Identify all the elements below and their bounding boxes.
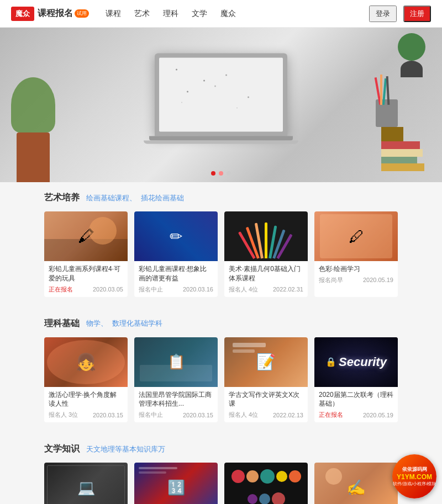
- watermark: 依依源码网 Y1YM.COM 软件/游戏/小程序/模块: [392, 454, 436, 498]
- hero-banner: [0, 28, 442, 182]
- art-card-4-status: 报名尚早: [319, 276, 343, 284]
- art-card-4-meta: 报名尚早 2020.05.19: [319, 276, 393, 284]
- science-card-1-body: 激活心理学·换个角度解读人性 报名人 3位 2020.03.15: [44, 387, 128, 423]
- literature-section-title: 文学知识 天文地理等基本知识库万: [44, 443, 398, 455]
- science-title-main: 理科基础: [44, 318, 80, 330]
- logo-main: 魔众: [15, 9, 30, 19]
- art-card-1-title: 彩铅儿童画系列课程4·可爱的玩具: [49, 264, 123, 283]
- literature-section: 文学知识 天文地理等基本知识库万 💻 20届第二次联考（理科基础） 正在报名 2…: [0, 433, 442, 504]
- science-card-3-meta: 报名人 4位 2022.02.13: [229, 411, 303, 419]
- science-card-1[interactable]: 👧 激活心理学·换个角度解读人性 报名人 3位 2020.03.15: [44, 337, 128, 423]
- lit-card-4[interactable]: ✍ 学古文写作文评英文5次课 正在报名 2020.06.30: [314, 463, 398, 504]
- hero-left-decor: [11, 72, 77, 182]
- hero-dot-3[interactable]: [227, 171, 231, 176]
- literature-title-main: 文学知识: [44, 443, 80, 455]
- science-card-2[interactable]: 📋 法国里昂管学院国际工商管理本科招生... 报名中止 2020.03.15: [134, 337, 218, 423]
- art-subtitle-link1[interactable]: 绘画基础课程、: [86, 194, 136, 202]
- art-card-4[interactable]: 🖊 色彩·绘画学习 报名尚早 2020.05.19: [314, 211, 398, 297]
- watermark-line3: 软件/游戏/小程序/模块: [393, 481, 436, 487]
- science-card-4-title: 2020届第二次联考（理科基础）: [319, 390, 393, 409]
- header: 魔众 课程报名 试用 课程 艺术 理科 文学 魔众 登录 注册: [0, 0, 442, 28]
- art-card-1-date: 2020.03.05: [93, 286, 123, 293]
- science-title-sub: 物学、 数理化基础学科: [85, 319, 164, 328]
- science-card-2-date: 2020.03.15: [183, 412, 213, 418]
- nav-item-wenxue[interactable]: 文学: [192, 9, 207, 19]
- logo-box: 魔众: [11, 7, 34, 21]
- science-card-1-date: 2020.03.15: [93, 412, 123, 418]
- science-card-3-body: 学古文写作文评英文X次课 报名人 4位 2022.02.13: [224, 387, 308, 423]
- science-section: 理科基础 物学、 数理化基础学科 👧 激活心理学·换个角度解读人性 报名人 3位…: [0, 308, 442, 434]
- art-section-title: 艺术培养 绘画基础课程、 插花绘画基础: [44, 192, 398, 204]
- science-card-2-body: 法国里昂管学院国际工商管理本科招生... 报名中止 2020.03.15: [134, 387, 218, 423]
- art-card-4-body: 色彩·绘画学习 报名尚早 2020.05.19: [314, 261, 398, 288]
- science-card-1-meta: 报名人 3位 2020.03.15: [49, 411, 123, 419]
- science-card-3-date: 2022.02.13: [273, 412, 303, 418]
- lit-card-1[interactable]: 💻 20届第二次联考（理科基础） 正在报名 2020.05.27: [44, 463, 128, 504]
- art-cards-grid: 🖍 彩铅儿童画系列课程4·可爱的玩具 正在报名 2020.03.05 ✏ 彩铅儿…: [44, 211, 398, 297]
- nav-item-like[interactable]: 理科: [163, 9, 178, 19]
- lit-card-2[interactable]: 🔢 国国里昂管学院国际工商管理本科招生班... 正在报名 2020.03.13: [134, 463, 218, 504]
- science-card-2-meta: 报名中止 2020.03.15: [139, 411, 213, 419]
- art-title-main: 艺术培养: [44, 192, 80, 204]
- science-card-4-body: 2020届第二次联考（理科基础） 正在报名 2020.05.19: [314, 387, 398, 423]
- art-card-2-status: 报名中止: [139, 285, 163, 294]
- art-card-2-date: 2020.03.16: [183, 286, 213, 293]
- logo-text: 课程报名: [38, 8, 73, 19]
- science-subtitle-link1[interactable]: 物学、: [86, 319, 108, 327]
- science-card-4-meta: 正在报名 2020.05.19: [319, 411, 393, 419]
- art-card-3-status: 报名人 4位: [229, 285, 258, 294]
- science-card-4-date: 2020.05.19: [363, 412, 393, 418]
- hero-slide-dots[interactable]: [211, 171, 231, 176]
- watermark-line1: 依依源码网: [402, 466, 427, 473]
- main-nav: 课程 艺术 理科 文学 魔众: [106, 9, 369, 19]
- science-card-1-title: 激活心理学·换个角度解读人性: [49, 390, 123, 409]
- hero-right-decor: [337, 33, 425, 171]
- art-card-3-title: 美术·素描几何0基础入门体系课程: [229, 264, 303, 283]
- lit-card-3[interactable]: 学古文写作文评英文X次课 报名人 4位 2022.05.23: [224, 463, 308, 504]
- art-card-3-body: 美术·素描几何0基础入门体系课程 报名人 4位 2022.02.31: [224, 261, 308, 297]
- art-card-3-meta: 报名人 4位 2022.02.31: [229, 285, 303, 294]
- science-card-3[interactable]: 📝 学古文写作文评英文X次课 报名人 4位 2022.02.13: [224, 337, 308, 423]
- nav-item-kecheng[interactable]: 课程: [106, 9, 121, 19]
- literature-title-sub: 天文地理等基本知识库万: [85, 444, 166, 454]
- hero-dot-2[interactable]: [219, 171, 223, 176]
- art-card-2-meta: 报名中止 2020.03.16: [139, 285, 213, 294]
- logo-badge: 试用: [75, 9, 89, 18]
- hero-dot-1[interactable]: [211, 171, 215, 176]
- nav-item-mozhong[interactable]: 魔众: [220, 9, 236, 19]
- art-card-4-title: 色彩·绘画学习: [319, 264, 393, 274]
- register-button[interactable]: 注册: [403, 6, 431, 22]
- science-card-3-status: 报名人 4位: [229, 411, 258, 419]
- art-card-1-meta: 正在报名 2020.03.05: [49, 285, 123, 294]
- logo-area: 魔众 课程报名 试用: [11, 7, 89, 21]
- auth-area: 登录 注册: [369, 6, 431, 22]
- science-cards-grid: 👧 激活心理学·换个角度解读人性 报名人 3位 2020.03.15 📋 法国里…: [44, 337, 398, 423]
- login-button[interactable]: 登录: [369, 6, 397, 22]
- art-card-1[interactable]: 🖍 彩铅儿童画系列课程4·可爱的玩具 正在报名 2020.03.05: [44, 211, 128, 297]
- art-subtitle-link2[interactable]: 插花绘画基础: [141, 194, 184, 202]
- hero-laptop: [155, 54, 287, 147]
- science-card-3-title: 学古文写作文评英文X次课: [229, 390, 303, 409]
- science-card-4[interactable]: 🔒 Security 2020届第二次联考（理科基础） 正在报名 2020.05…: [314, 337, 398, 423]
- art-card-1-status: 正在报名: [49, 285, 73, 294]
- watermark-line2: Y1YM.COM: [397, 473, 432, 481]
- art-title-sub: 绘画基础课程、 插花绘画基础: [85, 193, 185, 203]
- science-card-2-title: 法国里昂管学院国际工商管理本科招生...: [139, 390, 213, 409]
- nav-item-yishu[interactable]: 艺术: [134, 9, 150, 19]
- art-card-2-title: 彩铅儿童画课程·想象比画的谱更有益: [139, 264, 213, 283]
- art-card-1-body: 彩铅儿童画系列课程4·可爱的玩具 正在报名 2020.03.05: [44, 261, 128, 297]
- art-card-4-date: 2020.05.19: [363, 277, 393, 283]
- science-card-4-status: 正在报名: [319, 411, 343, 419]
- art-card-2-body: 彩铅儿童画课程·想象比画的谱更有益 报名中止 2020.03.16: [134, 261, 218, 297]
- security-label-text: Security: [339, 355, 387, 369]
- art-card-2[interactable]: ✏ 彩铅儿童画课程·想象比画的谱更有益 报名中止 2020.03.16: [134, 211, 218, 297]
- art-card-3-date: 2022.02.31: [273, 286, 303, 293]
- art-section: 艺术培养 绘画基础课程、 插花绘画基础 🖍 彩铅儿童画系列课程4·可爱的玩具 正…: [0, 182, 442, 308]
- science-subtitle-link2[interactable]: 数理化基础学科: [112, 319, 162, 327]
- science-section-title: 理科基础 物学、 数理化基础学科: [44, 318, 398, 330]
- science-card-1-status: 报名人 3位: [49, 411, 78, 419]
- science-card-2-status: 报名中止: [139, 411, 163, 419]
- literature-subtitle-link[interactable]: 天文地理等基本知识库万: [86, 445, 165, 453]
- literature-cards-grid: 💻 20届第二次联考（理科基础） 正在报名 2020.05.27 🔢 国国里昂管…: [44, 463, 398, 504]
- art-card-3[interactable]: 美术·素描几何0基础入门体系课程 报名人 4位 2022.02.31: [224, 211, 308, 297]
